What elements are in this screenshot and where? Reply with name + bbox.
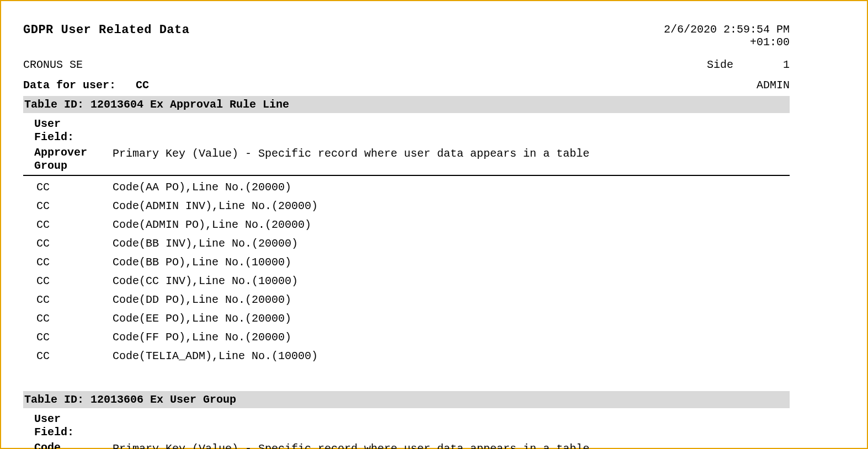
report-page: GDPR User Related Data 2/6/2020 2:59:54 …: [0, 0, 868, 449]
timezone: +01:00: [664, 36, 790, 49]
row-pk: Code(ADMIN INV),Line No.(20000): [113, 197, 790, 216]
row-pk: Code(BB PO),Line No.(10000): [113, 253, 790, 272]
section-subhead: User Field: Approver Group Primary Key (…: [23, 117, 790, 173]
row-pk: Code(BB INV),Line No.(20000): [113, 234, 790, 253]
user-field-label: User Field:: [34, 413, 113, 439]
row-user: CC: [36, 178, 113, 197]
side-value: 1: [783, 58, 790, 71]
company-side-row: CRONUS SE Side1: [23, 58, 790, 71]
side-block: Side1: [707, 58, 790, 71]
table-row: CCCode(DD PO),Line No.(20000): [23, 291, 790, 309]
pk-note: Primary Key (Value) - Specific record wh…: [113, 146, 790, 160]
data-for-user-value: CC: [136, 79, 149, 92]
section-subhead: User Field: Code Primary Key (Value) - S…: [23, 413, 790, 449]
row-pk: Code(ADMIN PO),Line No.(20000): [113, 216, 790, 234]
table-row: CCCode(BB PO),Line No.(10000): [23, 253, 790, 272]
admin-label: ADMIN: [757, 79, 790, 92]
section-head: Table ID: 12013604 Ex Approval Rule Line: [23, 96, 790, 113]
row-pk: Code(AA PO),Line No.(20000): [113, 178, 790, 197]
row-user: CC: [36, 216, 113, 234]
row-user: CC: [36, 347, 113, 366]
pk-note: Primary Key (Value) - Specific record wh…: [113, 441, 790, 449]
table-row: CCCode(BB INV),Line No.(20000): [23, 234, 790, 253]
row-user: CC: [36, 309, 113, 328]
user-field-row: User Field:: [34, 413, 790, 439]
page-title: GDPR User Related Data: [23, 23, 189, 37]
row-pk: Code(DD PO),Line No.(20000): [113, 291, 790, 309]
field-name-row: Code Primary Key (Value) - Specific reco…: [34, 441, 790, 449]
table-row: CCCode(FF PO),Line No.(20000): [23, 328, 790, 347]
field-name: Code: [34, 441, 113, 449]
table-row: CCCode(EE PO),Line No.(20000): [23, 309, 790, 328]
data-for-user-label: Data for user:: [23, 79, 116, 92]
table-row: CCCode(TELIA_ADM),Line No.(10000): [23, 347, 790, 366]
table-row: CCCode(CC INV),Line No.(10000): [23, 272, 790, 291]
user-field-notes: [113, 117, 790, 119]
user-field-row: User Field:: [34, 117, 790, 144]
timestamp-block: 2/6/2020 2:59:54 PM +01:00: [664, 23, 790, 49]
timestamp: 2/6/2020 2:59:54 PM: [664, 23, 790, 36]
row-user: CC: [36, 272, 113, 291]
field-name: Approver Group: [34, 146, 113, 173]
user-field-notes: [113, 413, 790, 414]
field-name-row: Approver Group Primary Key (Value) - Spe…: [34, 146, 790, 173]
divider: [23, 175, 790, 176]
section-gap: [23, 366, 790, 388]
section-head: Table ID: 12013606 Ex User Group: [23, 391, 790, 408]
side-label: Side: [707, 58, 733, 71]
row-pk: Code(FF PO),Line No.(20000): [113, 328, 790, 347]
row-user: CC: [36, 253, 113, 272]
table-row: CCCode(ADMIN INV),Line No.(20000): [23, 197, 790, 216]
row-user: CC: [36, 234, 113, 253]
data-for-user: Data for user: CC: [23, 79, 149, 92]
row-user: CC: [36, 328, 113, 347]
header-row: GDPR User Related Data 2/6/2020 2:59:54 …: [23, 23, 790, 49]
row-pk: Code(CC INV),Line No.(10000): [113, 272, 790, 291]
row-user: CC: [36, 197, 113, 216]
data-rows: CCCode(AA PO),Line No.(20000)CCCode(ADMI…: [23, 178, 790, 366]
row-pk: Code(TELIA_ADM),Line No.(10000): [113, 347, 790, 366]
user-admin-row: Data for user: CC ADMIN: [23, 79, 790, 92]
table-row: CCCode(AA PO),Line No.(20000): [23, 178, 790, 197]
row-pk: Code(EE PO),Line No.(20000): [113, 309, 790, 328]
table-row: CCCode(ADMIN PO),Line No.(20000): [23, 216, 790, 234]
company-label: CRONUS SE: [23, 58, 83, 71]
user-field-label: User Field:: [34, 117, 113, 144]
row-user: CC: [36, 291, 113, 309]
